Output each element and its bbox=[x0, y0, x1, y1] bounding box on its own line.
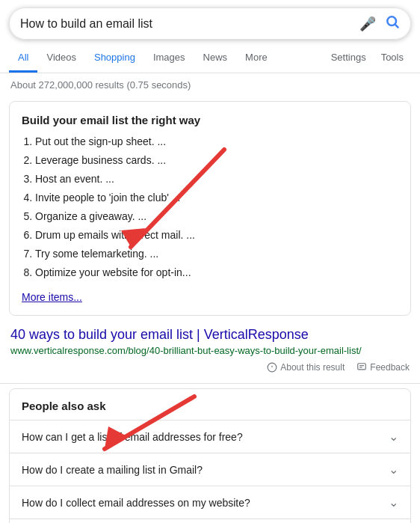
chevron-down-icon-3: ⌄ bbox=[389, 495, 398, 510]
feedback-label: Feedback bbox=[370, 362, 410, 373]
feedback-button[interactable]: Feedback bbox=[356, 362, 410, 373]
first-result-title[interactable]: 40 ways to build your email list | Verti… bbox=[10, 326, 410, 343]
list-item: Invite people to 'join the club' ... bbox=[35, 190, 398, 206]
tab-more[interactable]: More bbox=[236, 44, 277, 73]
paa-item-1[interactable]: How can I get a list of email addresses … bbox=[10, 420, 410, 453]
tab-all[interactable]: All bbox=[9, 44, 37, 73]
tab-shopping[interactable]: Shopping bbox=[85, 44, 144, 73]
paa-question-1: How can I get a list of email addresses … bbox=[22, 431, 243, 443]
paa-title: People also ask bbox=[10, 389, 410, 420]
search-bar: 🎤 bbox=[9, 7, 411, 40]
chevron-down-icon-2: ⌄ bbox=[389, 462, 398, 477]
about-result-label: About this result bbox=[280, 362, 345, 373]
search-icons: 🎤 bbox=[359, 14, 400, 33]
tab-news[interactable]: News bbox=[194, 44, 237, 73]
tab-videos[interactable]: Videos bbox=[37, 44, 85, 73]
tab-settings[interactable]: Settings bbox=[324, 44, 374, 73]
paa-item-4[interactable]: Can you buy email lists? ⌄ bbox=[10, 519, 410, 523]
nav-tabs: All Videos Shopping Images News More Set… bbox=[0, 44, 420, 73]
result-meta: About this result Feedback bbox=[0, 359, 420, 379]
list-item: Host an event. ... bbox=[35, 171, 398, 187]
nav-left: All Videos Shopping Images News More bbox=[9, 44, 324, 73]
tab-tools[interactable]: Tools bbox=[374, 44, 411, 73]
list-item: Leverage business cards. ... bbox=[35, 153, 398, 168]
snippet-list: Put out the sign-up sheet. ... Leverage … bbox=[22, 134, 398, 281]
svg-line-1 bbox=[395, 25, 398, 28]
paa-item-2[interactable]: How do I create a mailing list in Gmail?… bbox=[10, 453, 410, 486]
list-item: Try some telemarketing. ... bbox=[35, 246, 398, 262]
list-item: Put out the sign-up sheet. ... bbox=[35, 134, 398, 150]
chevron-down-icon-1: ⌄ bbox=[389, 429, 398, 444]
search-icon[interactable] bbox=[385, 14, 400, 33]
list-item: Drum up emails with direct mail. ... bbox=[35, 227, 398, 243]
paa-question-3: How do I collect email addresses on my w… bbox=[22, 497, 250, 509]
paa-section: People also ask How can I get a list of … bbox=[9, 388, 411, 523]
paa-item-3[interactable]: How do I collect email addresses on my w… bbox=[10, 486, 410, 519]
results-count: About 272,000,000 results (0.75 seconds) bbox=[0, 73, 420, 97]
first-result: 40 ways to build your email list | Verti… bbox=[0, 320, 420, 359]
paa-question-2: How do I create a mailing list in Gmail? bbox=[22, 464, 203, 476]
tab-images[interactable]: Images bbox=[144, 44, 194, 73]
about-result-button[interactable]: About this result bbox=[267, 362, 345, 373]
more-items-link[interactable]: More items... bbox=[22, 291, 82, 303]
list-item: Optimize your website for opt-in... bbox=[35, 265, 398, 281]
search-bar-container: 🎤 bbox=[0, 0, 420, 40]
search-input[interactable] bbox=[20, 17, 359, 31]
nav-right: Settings Tools bbox=[324, 44, 411, 73]
list-item: Organize a giveaway. ... bbox=[35, 209, 398, 224]
svg-rect-5 bbox=[358, 364, 366, 370]
snippet-card: Build your email list the right way Put … bbox=[9, 101, 411, 316]
first-result-url: www.verticalresponse.com/blog/40-brillia… bbox=[10, 345, 410, 356]
microphone-icon[interactable]: 🎤 bbox=[359, 16, 376, 32]
snippet-title: Build your email list the right way bbox=[22, 114, 398, 126]
divider bbox=[0, 383, 420, 384]
page-wrapper: 🎤 All Videos Shopping Images News More S… bbox=[0, 0, 420, 523]
